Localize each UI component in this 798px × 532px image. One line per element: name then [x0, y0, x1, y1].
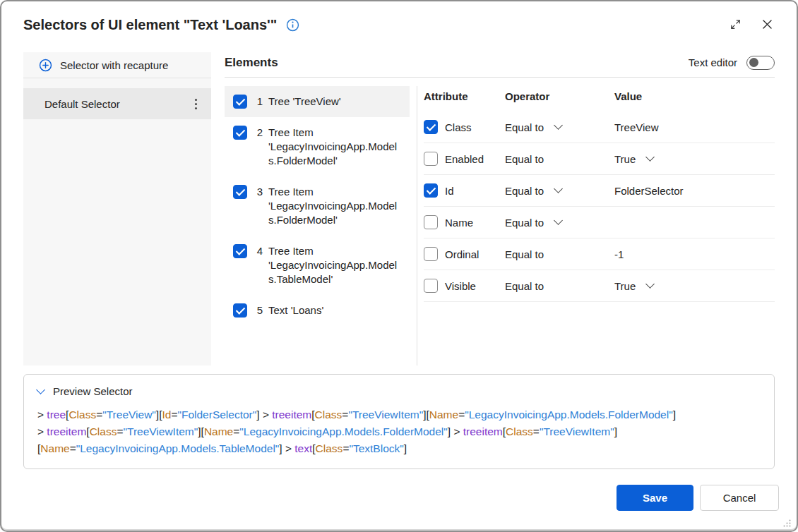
attribute-value[interactable]: True [614, 153, 636, 165]
attribute-value[interactable]: TreeView [614, 121, 659, 133]
element-label: Tree Item 'LegacyInvoicingApp.Models.Tab… [268, 244, 401, 286]
attribute-value[interactable]: FolderSelector [614, 185, 684, 197]
preview-selector-line: [Name="LegacyInvoicingApp.Models.TableMo… [37, 440, 761, 457]
attribute-name: Visible [445, 280, 476, 292]
resize-grip[interactable] [781, 517, 792, 528]
element-label: Tree Item 'LegacyInvoicingApp.Models.Fol… [268, 185, 401, 227]
elements-heading: Elements [225, 56, 278, 70]
attribute-checkbox[interactable] [424, 215, 438, 229]
operator-value[interactable]: Equal to [505, 217, 544, 229]
element-checkbox[interactable] [233, 185, 247, 199]
element-checkbox[interactable] [233, 303, 247, 318]
attribute-row: VisibleEqual toTrue [424, 270, 775, 302]
selectors-dialog: Selectors of UI element "Text 'Loans'" S… [0, 0, 798, 532]
attributes-table: Attribute Operator Value ClassEqual toTr… [424, 78, 775, 365]
attribute-value[interactable]: True [614, 280, 636, 292]
element-label: Tree 'TreeView' [268, 95, 401, 109]
operator-value[interactable]: Equal to [505, 248, 544, 260]
attribute-value[interactable]: -1 [614, 248, 624, 260]
chevron-down-icon[interactable] [554, 184, 563, 193]
recapture-label: Selector with recapture [60, 59, 168, 71]
element-item[interactable]: 5Text 'Loans' [225, 295, 410, 326]
dialog-footer: Save Cancel [23, 485, 779, 511]
attribute-checkbox[interactable] [424, 152, 438, 166]
chevron-down-icon[interactable] [645, 279, 655, 289]
dialog-header: Selectors of UI element "Text 'Loans'" [23, 16, 775, 34]
column-header-operator: Operator [505, 90, 614, 102]
preview-selector-toggle[interactable]: Preview Selector [37, 385, 133, 397]
element-label: Text 'Loans' [268, 303, 401, 318]
attribute-row: IdEqual toFolderSelector [424, 175, 775, 207]
column-header-attribute: Attribute [424, 90, 505, 102]
expand-icon[interactable] [729, 18, 742, 30]
operator-value[interactable]: Equal to [505, 121, 544, 133]
chevron-down-icon [36, 385, 45, 394]
element-checkbox[interactable] [233, 95, 247, 109]
close-icon[interactable] [761, 18, 773, 30]
element-checkbox[interactable] [233, 126, 247, 140]
preview-selector-heading: Preview Selector [53, 385, 133, 397]
attribute-checkbox[interactable] [424, 279, 438, 293]
selectors-sidebar: Selector with recapture Default Selector [23, 52, 211, 365]
dialog-title: Selectors of UI element "Text 'Loans'" [23, 16, 277, 34]
preview-selector-panel: Preview Selector > tree[Class="TreeView"… [23, 374, 775, 469]
toggle-knob [749, 58, 758, 67]
element-item[interactable]: 4Tree Item 'LegacyInvoicingApp.Models.Ta… [225, 236, 410, 295]
selector-name: Default Selector [44, 98, 120, 110]
element-item[interactable]: 2Tree Item 'LegacyInvoicingApp.Models.Fo… [225, 117, 410, 176]
element-label: Tree Item 'LegacyInvoicingApp.Models.Fol… [268, 126, 401, 168]
preview-selector-line: > tree[Class="TreeView"][Id="FolderSelec… [37, 406, 761, 423]
operator-value[interactable]: Equal to [505, 153, 544, 165]
element-index: 3 [256, 185, 263, 199]
attribute-name: Enabled [445, 153, 484, 165]
preview-selector-code[interactable]: > tree[Class="TreeView"][Id="FolderSelec… [37, 406, 761, 457]
attribute-checkbox[interactable] [424, 120, 438, 134]
elements-list: 1Tree 'TreeView'2Tree Item 'LegacyInvoic… [225, 86, 410, 365]
element-index: 4 [256, 244, 263, 258]
plus-circle-icon [39, 59, 52, 72]
attribute-name: Name [445, 217, 473, 229]
attribute-row: ClassEqual toTreeView [424, 111, 775, 143]
element-index: 2 [256, 126, 263, 140]
attributes-table-header: Attribute Operator Value [424, 78, 775, 111]
attribute-checkbox[interactable] [424, 247, 438, 261]
element-index: 1 [256, 95, 263, 109]
info-icon[interactable] [286, 18, 299, 32]
element-index: 5 [256, 303, 263, 318]
attribute-name: Ordinal [445, 248, 479, 260]
text-editor-label: Text editor [689, 56, 737, 68]
cancel-button[interactable]: Cancel [700, 485, 779, 511]
text-editor-toggle[interactable] [746, 56, 775, 70]
selector-with-recapture-button[interactable]: Selector with recapture [23, 52, 211, 78]
element-item[interactable]: 3Tree Item 'LegacyInvoicingApp.Models.Fo… [225, 176, 410, 236]
attribute-row: OrdinalEqual to-1 [424, 238, 775, 270]
preview-selector-line: > treeitem[Class="TreeViewItem"][Name="L… [37, 423, 761, 440]
sidebar-item-default-selector[interactable]: Default Selector [23, 88, 211, 119]
attribute-row: NameEqual to [424, 207, 775, 238]
operator-value[interactable]: Equal to [505, 185, 544, 197]
chevron-down-icon[interactable] [645, 152, 655, 162]
operator-value[interactable]: Equal to [505, 280, 544, 292]
chevron-down-icon[interactable] [554, 121, 563, 130]
save-button[interactable]: Save [617, 485, 693, 511]
element-checkbox[interactable] [233, 244, 247, 258]
element-item[interactable]: 1Tree 'TreeView' [225, 86, 410, 117]
column-header-value: Value [614, 90, 775, 102]
chevron-down-icon[interactable] [554, 216, 563, 225]
attribute-checkbox[interactable] [424, 183, 438, 198]
attribute-name: Class [445, 121, 472, 133]
attribute-name: Id [445, 185, 454, 197]
vertical-divider [417, 86, 417, 365]
attribute-row: EnabledEqual toTrue [424, 143, 775, 175]
kebab-menu-icon[interactable] [192, 96, 200, 112]
elements-panel: Elements Text editor 1Tree 'TreeView'2Tr… [225, 52, 775, 365]
